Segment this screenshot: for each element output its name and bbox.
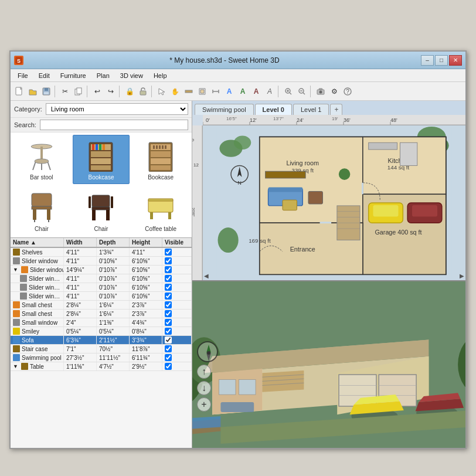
cursor-button[interactable] bbox=[155, 85, 168, 98]
table-row[interactable]: Small chest 2'8¼" 1'6¼" 2'3⅞" bbox=[11, 301, 192, 310]
room-button[interactable] bbox=[196, 85, 209, 98]
tab-add-button[interactable]: + bbox=[330, 104, 342, 115]
row-visible bbox=[162, 292, 192, 300]
row-width: 2'8¼" bbox=[64, 301, 97, 309]
table-row[interactable]: ▼Slider windows 14'9¼" 0'10⅞" 6'10⅝" bbox=[11, 266, 192, 274]
row-width: 2'4" bbox=[64, 318, 97, 327]
table-row[interactable]: Swimming pool 27'3½" 11'11½" 6'11¾" bbox=[11, 353, 192, 362]
chair-icon bbox=[24, 189, 59, 225]
text-button[interactable]: A bbox=[223, 85, 236, 98]
row-height: 2'3⅞" bbox=[130, 310, 162, 318]
camera-button[interactable] bbox=[314, 85, 327, 98]
row-name: Stair case bbox=[11, 345, 64, 353]
row-width: 4'11" bbox=[64, 283, 97, 291]
tab-swimming-pool[interactable]: Swimming pool bbox=[195, 104, 254, 115]
table-row[interactable]: Stair case 7'1" 70½" 11'8⅞" bbox=[11, 345, 192, 353]
svg-text:Living room: Living room bbox=[286, 159, 319, 166]
col-visible[interactable]: Visible bbox=[162, 238, 192, 247]
furniture-item-bookcase2[interactable]: Bookcase bbox=[132, 135, 189, 184]
menu-help[interactable]: Help bbox=[149, 71, 172, 80]
text4-button[interactable]: A bbox=[263, 85, 276, 98]
svg-point-29 bbox=[319, 90, 322, 93]
svg-rect-44 bbox=[92, 144, 94, 150]
table-row[interactable]: Slider win… 4'11" 0'10⅞" 6'10⅝" bbox=[11, 283, 192, 292]
table-row[interactable]: Slider win… 4'11" 0'10⅞" 6'10⅝" bbox=[11, 274, 192, 283]
row-name: Small chest bbox=[11, 301, 64, 309]
new-button[interactable] bbox=[13, 85, 26, 98]
svg-rect-69 bbox=[111, 196, 113, 208]
undo-button[interactable]: ↩ bbox=[91, 85, 104, 98]
svg-text:A: A bbox=[227, 87, 232, 96]
move-down-button[interactable]: ↓ bbox=[197, 381, 211, 395]
move-up-button[interactable]: ↑ bbox=[197, 365, 211, 379]
col-name[interactable]: Name ▲ bbox=[11, 238, 64, 247]
table-row-sofa[interactable]: Sofa 6'3¾" 2'11½" 3'3¾" bbox=[11, 336, 192, 345]
svg-rect-59 bbox=[32, 206, 52, 209]
text2-button[interactable]: A bbox=[236, 85, 249, 98]
col-depth[interactable]: Depth bbox=[97, 238, 130, 247]
table-row[interactable]: Small window 2'4" 1'1⅜" 4'4¾" bbox=[11, 318, 192, 327]
svg-rect-66 bbox=[92, 210, 96, 220]
close-button[interactable]: ✕ bbox=[449, 55, 462, 66]
open-button[interactable] bbox=[26, 85, 39, 98]
furniture-item-chair2[interactable]: Chair bbox=[73, 186, 130, 236]
toolbar-separator-4 bbox=[151, 86, 154, 97]
zoom-3d-button[interactable]: + bbox=[197, 397, 211, 412]
copy-button[interactable] bbox=[72, 85, 85, 98]
menu-edit[interactable]: Edit bbox=[34, 71, 55, 80]
svg-rect-156 bbox=[219, 380, 236, 395]
tab-level1[interactable]: Level 1 bbox=[293, 104, 329, 115]
category-select[interactable]: Living room Bedroom Kitchen bbox=[46, 103, 188, 115]
table-row[interactable]: ▼Table 1'11⅝" 4'7½" 2'9½" bbox=[11, 362, 192, 371]
svg-rect-126 bbox=[412, 205, 437, 217]
table-row[interactable]: Smiley 0'5¼" 0'5¼" 0'8¼" bbox=[11, 327, 192, 336]
redo-button[interactable]: ↪ bbox=[104, 85, 117, 98]
dimension-button[interactable] bbox=[209, 85, 222, 98]
svg-text:12': 12' bbox=[250, 117, 257, 123]
menu-plan[interactable]: Plan bbox=[92, 71, 114, 80]
svg-marker-9 bbox=[159, 89, 165, 95]
unlock-button[interactable] bbox=[137, 85, 149, 98]
zoom-in-button[interactable] bbox=[282, 85, 295, 98]
cut-button[interactable]: ✂ bbox=[59, 85, 72, 98]
pan-button[interactable]: ✋ bbox=[169, 85, 182, 98]
bookcase-icon bbox=[83, 138, 118, 173]
row-name: Slider win… bbox=[18, 283, 64, 291]
furniture-item-bar-stool[interactable]: Bar stool bbox=[13, 135, 70, 184]
menu-furniture[interactable]: Furniture bbox=[56, 71, 91, 80]
plan-scroll-left[interactable]: ◀ bbox=[204, 273, 209, 279]
svg-text:A: A bbox=[254, 87, 259, 96]
help-button[interactable]: ? bbox=[341, 85, 354, 98]
settings-button[interactable]: ⚙ bbox=[328, 85, 341, 98]
svg-point-94 bbox=[234, 136, 251, 149]
toolbar-separator-3 bbox=[119, 86, 121, 97]
menu-3dview[interactable]: 3D view bbox=[115, 71, 148, 80]
chair2-label: Chair bbox=[94, 226, 108, 232]
plan-scroll-right[interactable]: ▶ bbox=[460, 273, 464, 279]
minimize-button[interactable]: – bbox=[421, 55, 434, 66]
wall-button[interactable] bbox=[182, 85, 195, 98]
table-row[interactable]: Slider window 4'11" 0'10⅝" 6'10⅝" bbox=[11, 257, 192, 266]
compass-control[interactable] bbox=[197, 341, 218, 362]
search-input[interactable] bbox=[40, 120, 188, 130]
svg-text:✋: ✋ bbox=[171, 87, 179, 96]
table-row[interactable]: Slider win… 4'11" 0'10⅞" 6'10⅝" bbox=[11, 292, 192, 301]
lock-button[interactable]: 🔒 bbox=[123, 85, 136, 98]
save-button[interactable] bbox=[40, 85, 53, 98]
col-height[interactable]: Height bbox=[130, 238, 162, 247]
menu-file[interactable]: File bbox=[13, 71, 33, 80]
text3-button[interactable]: A bbox=[250, 85, 263, 98]
tab-level0[interactable]: Level 0 bbox=[255, 104, 292, 115]
svg-rect-112 bbox=[308, 191, 322, 204]
furniture-item-bookcase-selected[interactable]: Bookcase bbox=[73, 135, 130, 184]
row-width: 4'11" bbox=[64, 257, 97, 265]
table-row[interactable]: Shelves 4'11" 1'3¾" 4'11" bbox=[11, 248, 192, 257]
svg-rect-124 bbox=[373, 205, 398, 217]
col-width[interactable]: Width bbox=[64, 238, 97, 247]
table-row[interactable]: Small chest 2'8¼" 1'6¼" 2'3⅞" bbox=[11, 310, 192, 318]
furniture-item-chair[interactable]: Chair bbox=[13, 186, 70, 236]
maximize-button[interactable]: □ bbox=[435, 55, 448, 66]
row-depth: 2'11½" bbox=[97, 336, 130, 344]
zoom-out-button[interactable] bbox=[295, 85, 308, 98]
furniture-item-coffee-table[interactable]: Coffee table bbox=[132, 186, 189, 236]
